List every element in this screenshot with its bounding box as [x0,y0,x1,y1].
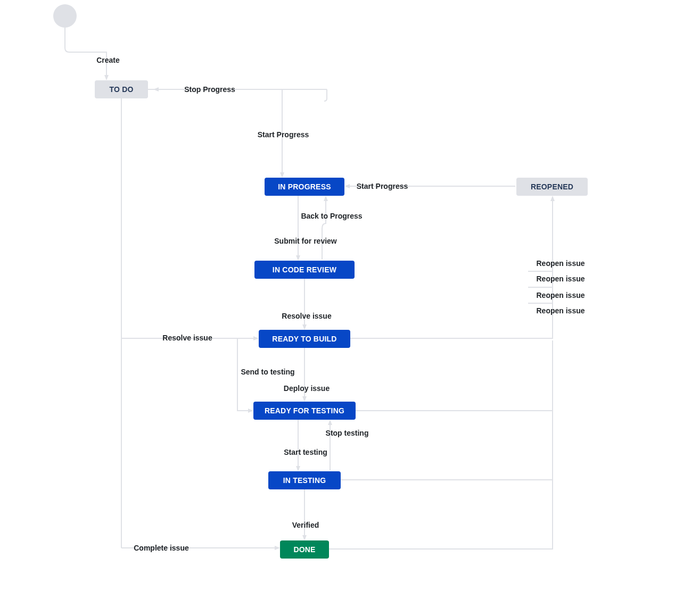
transition-start-testing: Start testing [284,448,327,456]
transition-start-progress-from-reopened: Start Progress [357,182,408,190]
transition-reopen-issue-3: Reopen issue [536,291,585,299]
transition-back-to-progress: Back to Progress [301,212,362,220]
state-in-testing[interactable]: IN TESTING [268,471,341,489]
state-ready-for-testing[interactable]: READY FOR TESTING [253,402,356,420]
transition-verified: Verified [292,521,319,529]
transition-reopen-issue-2: Reopen issue [536,274,585,283]
transition-create: Create [96,56,120,64]
state-label: DONE [293,545,315,554]
state-reopened[interactable]: REOPENED [516,178,588,196]
transition-resolve-issue-left: Resolve issue [162,334,212,342]
state-todo[interactable]: TO DO [95,80,148,98]
state-label: READY FOR TESTING [265,406,344,415]
transition-stop-progress: Stop Progress [184,85,235,94]
workflow-diagram: TO DO IN PROGRESS REOPENED IN CODE REVIE… [0,0,675,616]
state-in-progress[interactable]: IN PROGRESS [265,178,344,196]
state-label: IN PROGRESS [278,182,331,191]
start-node [53,4,77,28]
transition-stop-testing: Stop testing [326,429,369,437]
transition-complete-issue: Complete issue [134,544,188,552]
state-label: IN TESTING [283,476,326,485]
state-done[interactable]: DONE [280,540,329,559]
transition-submit-review: Submit for review [274,237,336,245]
state-ready-to-build[interactable]: READY TO BUILD [259,330,350,348]
state-label: TO DO [109,85,133,94]
transition-deploy-issue: Deploy issue [284,384,330,393]
transition-reopen-issue-4: Reopen issue [536,306,585,315]
transition-reopen-issue-1: Reopen issue [536,259,585,268]
state-label: REOPENED [531,182,573,191]
transition-send-to-testing: Send to testing [241,368,294,376]
state-in-code-review[interactable]: IN CODE REVIEW [254,261,355,279]
state-label: READY TO BUILD [272,335,336,343]
state-label: IN CODE REVIEW [273,265,336,274]
transition-resolve-issue: Resolve issue [282,312,331,320]
transition-start-progress: Start Progress [258,130,309,139]
